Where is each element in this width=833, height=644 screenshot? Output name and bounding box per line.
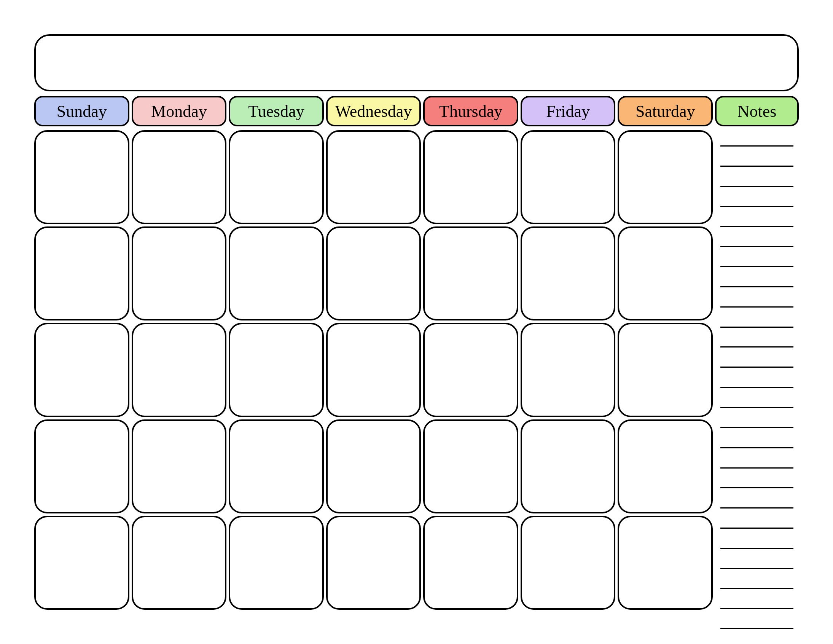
day-cell [521, 323, 616, 417]
week-row [34, 323, 713, 417]
day-header-monday: Monday [132, 96, 227, 126]
day-cell [229, 516, 324, 610]
note-line [720, 206, 793, 207]
day-cell [423, 516, 518, 610]
day-cell [326, 130, 421, 224]
day-cell [618, 130, 713, 224]
notes-header: Notes [715, 96, 799, 126]
calendar-page: Sunday Monday Tuesday Wednesday Thursday… [0, 0, 833, 644]
note-line [720, 407, 793, 408]
note-line [720, 487, 793, 488]
day-header-tuesday: Tuesday [229, 96, 324, 126]
note-line [720, 327, 793, 328]
day-cell [423, 130, 518, 224]
day-cell [229, 227, 324, 320]
day-cell [618, 516, 713, 610]
note-line [720, 246, 793, 247]
note-line [720, 306, 793, 308]
day-header-wednesday: Wednesday [326, 96, 421, 126]
day-header-thursday: Thursday [423, 96, 518, 126]
day-cell [326, 419, 421, 514]
day-header-friday: Friday [521, 96, 616, 126]
day-cell [326, 516, 421, 610]
day-header-saturday: Saturday [618, 96, 713, 126]
day-cell [521, 516, 616, 610]
day-cell [132, 516, 227, 610]
week-row [34, 227, 713, 320]
day-cell [423, 323, 518, 417]
note-line [720, 286, 793, 287]
note-line [720, 387, 793, 388]
day-cell [423, 227, 518, 320]
note-line [720, 166, 793, 167]
notes-column [715, 130, 799, 610]
day-cell [423, 419, 518, 514]
note-line [720, 528, 793, 529]
day-cell [132, 130, 227, 224]
note-line [720, 467, 793, 469]
week-row [34, 130, 713, 224]
day-cell [521, 419, 616, 514]
day-cell [521, 130, 616, 224]
note-line [720, 266, 793, 267]
day-cell [326, 323, 421, 417]
day-header-sunday: Sunday [34, 96, 129, 126]
day-cell [34, 323, 129, 417]
day-cell [618, 227, 713, 320]
note-line [720, 367, 793, 368]
header-row: Sunday Monday Tuesday Wednesday Thursday… [34, 96, 799, 126]
day-cell [34, 419, 129, 514]
week-row [34, 516, 713, 610]
note-line [720, 568, 793, 569]
day-cell [521, 227, 616, 320]
note-line [720, 346, 793, 348]
note-line [720, 608, 793, 609]
note-line [720, 226, 793, 227]
note-line [720, 507, 793, 509]
note-line [720, 628, 793, 629]
note-line [720, 186, 793, 187]
week-row [34, 419, 713, 514]
note-line [720, 427, 793, 428]
body-area [34, 130, 799, 610]
note-line [720, 588, 793, 589]
day-cell [229, 419, 324, 514]
day-cell [229, 130, 324, 224]
calendar-grid [34, 130, 713, 610]
day-cell [618, 323, 713, 417]
day-cell [34, 130, 129, 224]
title-bar [34, 34, 799, 91]
day-cell [132, 227, 227, 320]
note-line [720, 145, 793, 147]
day-cell [229, 323, 324, 417]
day-cell [132, 323, 227, 417]
day-cell [132, 419, 227, 514]
day-cell [34, 227, 129, 320]
note-line [720, 548, 793, 549]
note-line [720, 447, 793, 448]
day-cell [34, 516, 129, 610]
day-cell [618, 419, 713, 514]
day-cell [326, 227, 421, 320]
